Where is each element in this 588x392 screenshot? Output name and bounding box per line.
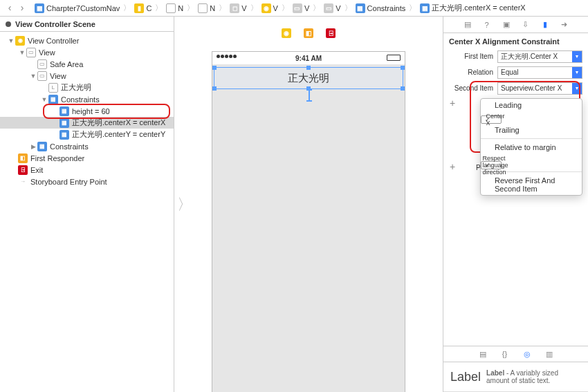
device-frame: 9:41 AM 正大光明 <box>212 51 405 392</box>
library-tab-bar: ▤ {} ◎ ▥ <box>443 346 588 362</box>
dd-centerx[interactable]: Center X <box>481 115 502 124</box>
connections-inspector-tab[interactable]: ➜ <box>558 19 571 31</box>
view-icon: ▭ <box>37 71 47 81</box>
crumb-view-2[interactable]: ▭V <box>321 3 343 13</box>
file-inspector-tab[interactable]: ▤ <box>461 19 474 31</box>
safearea-icon: ▭ <box>37 59 47 69</box>
lib-snippet-tab[interactable]: {} <box>499 348 511 360</box>
label-icon: L <box>48 83 58 93</box>
battery-icon <box>387 55 401 61</box>
attributes-inspector-tab[interactable]: ⇩ <box>520 19 532 31</box>
lib-object-desc: Label - A variably sized amount of stati… <box>486 369 581 384</box>
storyboard-icon: ▦ <box>35 3 44 13</box>
crumb-project[interactable]: ▦Charpter7CustomNav <box>32 3 122 13</box>
crumb-vc[interactable]: ◉V <box>259 3 281 13</box>
constraints-icon: ▦ <box>356 3 365 13</box>
doc-icon <box>198 3 208 13</box>
exit-icon: ⍈ <box>326 28 336 38</box>
constraint-icon: ▦ <box>59 118 69 128</box>
tree-centerx-constraint[interactable]: ▦正大光明.centerX = centerX <box>0 117 174 129</box>
inspector-tab-bar: ▤ ? ▣ ⇩ ▮ ➜ <box>443 17 588 33</box>
tree-view-inner[interactable]: ▼▭View <box>0 70 174 82</box>
crumb-folder[interactable]: ▮C <box>131 3 154 13</box>
crumb-constraints[interactable]: ▦Constraints <box>353 3 409 13</box>
constraint-icon: ▦ <box>420 3 430 13</box>
document-outline: View Controller Scene ▼◉View Controller … <box>0 17 174 392</box>
vc-icon: ◉ <box>261 3 271 13</box>
entry-icon: → <box>18 177 28 187</box>
vc-icon: ◉ <box>282 28 291 38</box>
inspector-panel: ▤ ? ▣ ⇩ ▮ ➜ Center X Alignment Constrain… <box>443 17 588 392</box>
tree-view-root[interactable]: ▼▭View <box>0 46 174 58</box>
doc-icon <box>166 3 176 13</box>
tree-height-constraint[interactable]: ▦height = 60 <box>0 105 174 117</box>
second-item-select[interactable]: Superview.Center X▾ <box>497 82 582 95</box>
tree-vc[interactable]: ▼◉View Controller <box>0 35 174 46</box>
outline-header[interactable]: View Controller Scene <box>0 17 174 32</box>
lib-media-tab[interactable]: ▥ <box>543 348 555 360</box>
signal-icon <box>217 55 237 58</box>
tree-first-responder[interactable]: ◧First Responder <box>0 152 174 164</box>
dd-respect-language[interactable]: Respect language direction <box>481 161 502 169</box>
dock-vc-button[interactable]: ◉ <box>279 26 293 40</box>
second-item-dropdown: Leading Center X Trailing Relative to ma… <box>480 98 582 196</box>
dock-first-responder-button[interactable]: ◧ <box>302 26 315 40</box>
centerx-constraint-guide[interactable] <box>309 89 310 102</box>
identity-inspector-tab[interactable]: ▣ <box>500 19 513 31</box>
constraint-icon: ▦ <box>59 106 69 116</box>
size-inspector-tab[interactable]: ▮ <box>539 19 551 31</box>
constraint-title: Center X Alignment Constraint <box>449 37 582 46</box>
exit-icon: ⍈ <box>18 165 28 175</box>
dd-trailing[interactable]: Trailing <box>481 124 582 136</box>
dd-reverse-items[interactable]: Reverse First And Second Item <box>481 174 582 195</box>
constraints-icon: ▦ <box>48 95 58 104</box>
status-bar: 9:41 AM <box>212 52 405 64</box>
first-responder-icon: ◧ <box>18 153 28 163</box>
lib-file-tab[interactable]: ▤ <box>477 348 489 360</box>
dd-leading[interactable]: Leading <box>481 99 582 111</box>
first-responder-icon: ◧ <box>304 28 313 38</box>
help-inspector-tab[interactable]: ? <box>481 19 493 31</box>
library-item-label[interactable]: Label Label - A variably sized amount of… <box>443 362 588 392</box>
first-item-label: First Item <box>449 53 497 60</box>
nav-forward-button[interactable]: › <box>17 3 28 14</box>
view-icon: ▭ <box>26 48 36 57</box>
tree-centery-constraint[interactable]: ▦正大光明.centerY = centerY <box>0 129 174 140</box>
chevron-down-icon: ▾ <box>572 67 582 78</box>
dd-relative-margin[interactable]: Relative to margin <box>481 141 582 153</box>
selected-label-view[interactable]: 正大光明 <box>214 67 403 89</box>
view-icon: ▭ <box>324 3 333 13</box>
nav-back-button[interactable]: ‹ <box>4 3 15 14</box>
lib-object-name: Label <box>450 370 481 384</box>
tree-constraints-outer[interactable]: ▶▦Constraints <box>0 140 174 152</box>
lib-object-tab[interactable]: ◎ <box>521 348 533 360</box>
jump-bar: ‹ › ▦Charpter7CustomNav 〉 ▮C 〉 N 〉 N 〉 ◻… <box>0 0 588 17</box>
crumb-constraint[interactable]: ▦正大光明.centerX = centerX <box>417 3 528 13</box>
folder-icon: ▮ <box>134 3 144 13</box>
tree-constraints-inner[interactable]: ▼▦Constraints <box>0 93 174 105</box>
crumb-scene[interactable]: ◻V <box>227 3 249 13</box>
chevron-down-icon: ▾ <box>572 83 582 94</box>
crumb-view-1[interactable]: ▭V <box>290 3 312 13</box>
tree-exit[interactable]: ⍈Exit <box>0 164 174 176</box>
scene-dot-icon <box>6 21 11 27</box>
interface-builder-canvas[interactable]: 〉 ◉ ◧ ⍈ 9:41 AM 正大光明 <box>174 17 443 392</box>
dock-exit-button[interactable]: ⍈ <box>324 26 338 40</box>
view-icon: ▭ <box>293 3 302 13</box>
relation-select[interactable]: Equal▾ <box>497 66 582 79</box>
add-constant-button[interactable]: + <box>448 99 457 109</box>
constraint-icon: ▦ <box>59 130 69 140</box>
add-placeholder-button[interactable]: + <box>448 162 457 172</box>
crumb-file-2[interactable]: N <box>195 3 218 13</box>
scene-icon: ◻ <box>230 3 239 13</box>
constraints-icon: ▦ <box>37 142 47 151</box>
relation-label: Relation <box>449 68 497 76</box>
first-item-select[interactable]: 正大光明.Center X▾ <box>497 50 582 63</box>
status-time: 9:41 AM <box>295 55 322 62</box>
segue-entry-arrow-icon: 〉 <box>177 194 192 215</box>
chevron-down-icon: ▾ <box>572 51 582 62</box>
tree-entry-point[interactable]: →Storyboard Entry Point <box>0 176 174 187</box>
crumb-file-1[interactable]: N <box>163 3 186 13</box>
tree-safe-area[interactable]: ▭Safe Area <box>0 58 174 70</box>
tree-label[interactable]: L正大光明 <box>0 82 174 93</box>
